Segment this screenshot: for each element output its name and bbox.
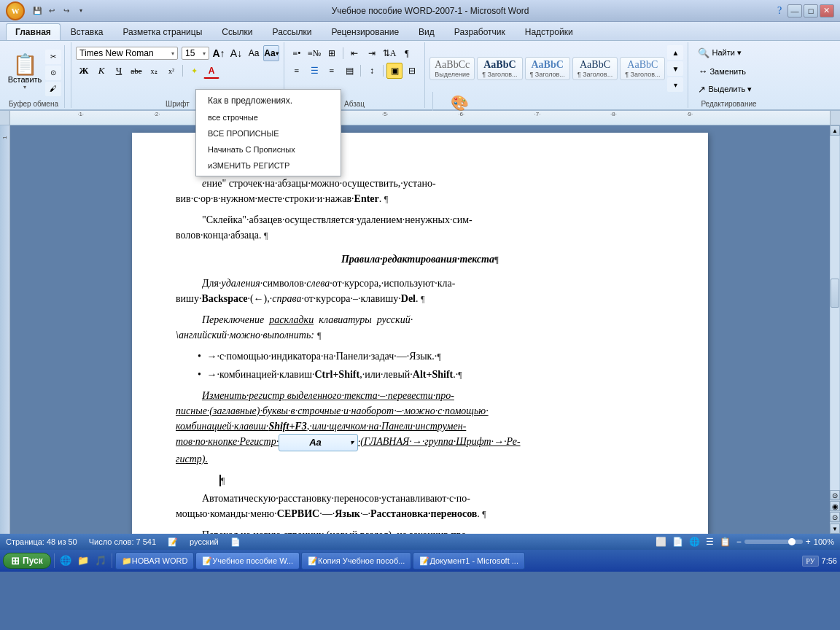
tray-lang[interactable]: РУ [802, 556, 818, 567]
style-normal[interactable]: AaBbCc Выделение [429, 57, 475, 81]
undo-quick-btn[interactable]: ↩ [45, 4, 58, 18]
italic-button[interactable]: К [93, 63, 109, 79]
paste-button[interactable]: 📋 Вставить ▾ [6, 45, 44, 100]
scroll-down-button[interactable]: ▼ [830, 524, 840, 534]
font-shrink-button[interactable]: A↓ [228, 45, 244, 61]
next-page-button[interactable]: ⊙ [830, 512, 840, 522]
customize-quick-btn[interactable]: ▾ [74, 4, 88, 18]
subscript-button[interactable]: x₂ [146, 63, 162, 79]
superscript-button[interactable]: x² [163, 63, 179, 79]
tab-developer[interactable]: Разработчик [445, 23, 515, 40]
taskbar-word1[interactable]: 📝 Учебное пособие W... [195, 552, 300, 569]
sort-button[interactable]: ⇅A [381, 45, 397, 61]
select-browse-button[interactable]: ◉ [830, 501, 840, 511]
zoom-out-btn[interactable]: − [736, 537, 742, 547]
line-spacing-button[interactable]: ↕ [364, 63, 380, 79]
style-heading3[interactable]: AaBbC ¶ Заголов... [572, 57, 618, 81]
style-heading4[interactable]: AaBbC ¶ Заголов... [620, 57, 665, 81]
cut-button[interactable]: ✂ [45, 50, 61, 64]
scroll-up-button[interactable]: ▲ [830, 125, 840, 136]
restore-btn[interactable]: □ [804, 4, 818, 18]
document-content[interactable]: разить все знаки). ¶ ение" строчек·на·аб… [132, 133, 708, 534]
horizontal-ruler[interactable]: ·1· ·2· ·3· ·4· ·5· ·6· ·7· ·8· ·9· [10, 111, 830, 125]
spell-check-icon[interactable]: 📝 [168, 537, 178, 547]
minimize-btn[interactable]: — [788, 4, 802, 18]
close-btn[interactable]: ✕ [820, 4, 834, 18]
menu-titlecase[interactable]: Начинать С Прописных [196, 141, 341, 158]
menu-lowercase[interactable]: все строчные [196, 109, 341, 125]
menu-sentence-case[interactable]: Как в предложениях. [196, 92, 341, 109]
menu-togglecase[interactable]: иЗМЕНИТЬ РЕГИСТР [196, 158, 341, 174]
view-outline-btn[interactable]: ☰ [706, 537, 714, 547]
save-quick-btn[interactable]: 💾 [31, 4, 44, 18]
styles-more[interactable]: ▾ [667, 77, 683, 92]
style-heading1[interactable]: AaBbC ¶ Заголов... [477, 57, 522, 81]
ie-icon[interactable]: 🌐 [58, 553, 74, 569]
zoom-percent[interactable]: 100% [814, 537, 834, 546]
scroll-track[interactable] [831, 136, 839, 490]
tab-mailings[interactable]: Рассылки [263, 23, 322, 40]
zoom-in-btn[interactable]: + [806, 537, 811, 547]
align-left-button[interactable]: ≡ [289, 63, 305, 79]
change-case-button[interactable]: Aa▾ [263, 45, 279, 61]
styles-scroll-down[interactable]: ▼ [667, 61, 683, 76]
tab-home[interactable]: Главная [6, 23, 61, 40]
taskbar-word2[interactable]: 📝 Копия Учебное пособ... [301, 552, 411, 569]
align-center-button[interactable]: ☰ [306, 63, 322, 79]
bold-button[interactable]: Ж [76, 63, 92, 79]
tab-addins[interactable]: Надстройки [516, 23, 583, 40]
tab-review[interactable]: Рецензирование [322, 23, 408, 40]
view-layout-btn[interactable]: 📄 [672, 537, 683, 547]
align-right-button[interactable]: ≡ [324, 63, 340, 79]
vertical-scrollbar[interactable]: ▲ ⊙ ◉ ⊙ ▼ [830, 125, 840, 534]
bullets-button[interactable]: ≡• [289, 45, 305, 61]
view-draft-btn[interactable]: 📋 [720, 537, 731, 547]
tab-insert[interactable]: Вставка [61, 23, 113, 40]
office-button[interactable]: W [6, 1, 25, 20]
start-button[interactable]: ⊞ Пуск [3, 553, 51, 569]
aa-register-button[interactable]: Aa▾ [279, 434, 358, 451]
replace-button[interactable]: ↔ Заменить [693, 63, 757, 79]
zoom-slider[interactable] [744, 540, 803, 544]
font-grow-button[interactable]: A↑ [211, 45, 227, 61]
numbering-button[interactable]: ≡№ [306, 45, 322, 61]
show-formatting-button[interactable]: ¶ [399, 45, 415, 61]
taskbar-word3[interactable]: 📝 Документ1 - Microsoft ... [413, 552, 525, 569]
taskbar-novaword[interactable]: 📁 НОВАЯ WORD [115, 552, 195, 569]
font-color-button[interactable]: А [203, 63, 219, 79]
folder-icon[interactable]: 📁 [75, 553, 91, 569]
format-painter-button[interactable]: 🖌 [45, 82, 61, 96]
clear-format-button[interactable]: Aa [246, 45, 262, 61]
media-icon[interactable]: 🎵 [93, 553, 109, 569]
view-web-btn[interactable]: 🌐 [689, 537, 700, 547]
find-button[interactable]: 🔍 Найти ▾ [693, 45, 757, 61]
copy-button[interactable]: ⊙ [45, 66, 61, 80]
view-normal-btn[interactable]: ⬜ [656, 537, 666, 547]
multilevel-button[interactable]: ⊞ [324, 45, 340, 61]
borders-button[interactable]: ⊟ [404, 63, 420, 79]
style-heading2[interactable]: AaBbC ¶ Заголов... [525, 57, 570, 81]
vertical-ruler[interactable]: 12345 678910 1112131415 16171819 [0, 125, 10, 534]
font-size-box[interactable]: 15 ▾ [182, 47, 209, 60]
doc-mode-icon[interactable]: 📄 [230, 537, 241, 547]
menu-uppercase[interactable]: ВСЕ ПРОПИСНЫЕ [196, 125, 341, 141]
select-button[interactable]: ↗ Выделить ▾ [693, 82, 757, 97]
language-indicator[interactable]: русский [190, 537, 218, 546]
prev-page-button[interactable]: ⊙ [830, 490, 840, 500]
tab-references[interactable]: Ссылки [212, 23, 262, 40]
paste-dropdown[interactable]: ▾ [23, 84, 26, 90]
redo-quick-btn[interactable]: ↪ [60, 4, 73, 18]
font-name-box[interactable]: Times New Roman ▾ [76, 47, 178, 60]
decrease-indent-button[interactable]: ⇤ [346, 45, 362, 61]
strikethrough-button[interactable]: abe [128, 63, 144, 79]
shading-button[interactable]: ▣ [386, 63, 402, 79]
tab-view[interactable]: Вид [409, 23, 444, 40]
help-btn[interactable]: ? [773, 4, 786, 18]
scroll-thumb[interactable] [831, 279, 839, 308]
zoom-control[interactable]: − + 100% [736, 537, 834, 547]
styles-scroll-up[interactable]: ▲ [667, 45, 683, 60]
increase-indent-button[interactable]: ⇥ [364, 45, 380, 61]
text-highlight-button[interactable]: ✦ [186, 63, 202, 79]
tab-layout[interactable]: Разметка страницы [113, 23, 211, 40]
underline-button[interactable]: Ч [111, 63, 127, 79]
